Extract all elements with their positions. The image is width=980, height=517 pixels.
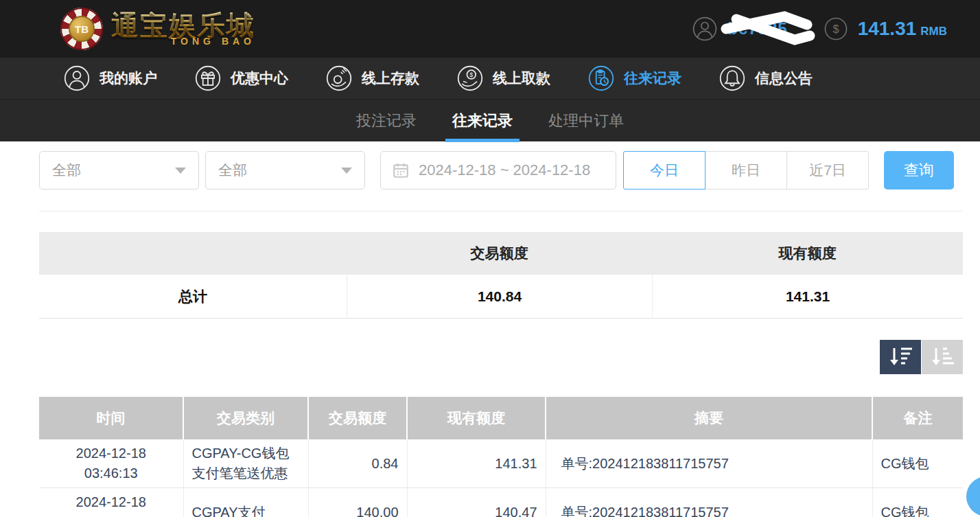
tab-betting-records[interactable]: 投注记录 bbox=[355, 100, 418, 142]
records-header-row: 时间 交易类别 交易额度 现有额度 摘要 备注 bbox=[39, 397, 963, 439]
nav-item-transaction-records[interactable]: 往来记录 bbox=[587, 65, 681, 92]
tab-pending-orders[interactable]: 处理中订单 bbox=[547, 100, 625, 142]
sub-tabs: 投注记录 往来记录 处理中订单 bbox=[0, 99, 980, 141]
filter-separator bbox=[39, 211, 963, 211]
summary-header-transaction-amount: 交易额度 bbox=[347, 244, 652, 263]
page: TB 通宝娱乐城 TONG BAO bc7325 bbox=[0, 0, 980, 517]
tab-label: 往来记录 bbox=[452, 111, 513, 131]
nav-item-promotions[interactable]: 优惠中心 bbox=[194, 65, 288, 92]
category-select-value: 全部 bbox=[218, 161, 247, 180]
nav-label: 线上取款 bbox=[493, 69, 550, 88]
sort-controls bbox=[880, 340, 963, 374]
sort-ascending-icon[interactable] bbox=[922, 340, 963, 374]
cell-time: 2024-12-18 03:46:13 bbox=[39, 439, 183, 488]
cell-transaction-amount: 0.84 bbox=[308, 439, 407, 488]
nav-item-deposit[interactable]: 线上存款 bbox=[325, 65, 419, 92]
col-header-current-amount: 现有额度 bbox=[407, 397, 546, 439]
withdraw-icon: $ bbox=[456, 65, 484, 92]
nav-label: 优惠中心 bbox=[231, 69, 288, 88]
chevron-down-icon bbox=[341, 168, 352, 174]
summary-total-label: 总计 bbox=[39, 275, 347, 319]
tab-label: 处理中订单 bbox=[548, 111, 624, 131]
col-header-summary: 摘要 bbox=[546, 397, 872, 439]
balance-amount: 141.31 bbox=[858, 18, 917, 39]
balance-currency: RMB bbox=[920, 25, 947, 38]
gift-icon bbox=[194, 65, 222, 92]
col-header-transaction-amount: 交易额度 bbox=[308, 397, 407, 439]
chevron-down-icon bbox=[175, 168, 186, 174]
table-row: 2024-12-18 03:46:13 CGPAY-CG钱包支付笔笔送优惠 0.… bbox=[39, 439, 963, 488]
cell-summary: 单号:202412183811715757 bbox=[546, 439, 872, 488]
summary-table-header: 交易额度 现有额度 bbox=[39, 232, 963, 275]
username: bc7325 bbox=[727, 19, 787, 38]
type-select[interactable]: 全部 bbox=[39, 151, 199, 189]
table-row: 2024-12-18 03:46:13 CGPAY支付 140.00 140.4… bbox=[39, 488, 963, 517]
nav-label: 信息公告 bbox=[755, 69, 813, 88]
balance-group[interactable]: $ 141.31RMB bbox=[824, 16, 947, 41]
cell-summary: 单号:202412183811715757 bbox=[546, 488, 872, 517]
summary-total-row: 总计 140.84 141.31 bbox=[39, 275, 963, 319]
calendar-icon bbox=[392, 161, 410, 179]
col-header-time: 时间 bbox=[39, 397, 183, 439]
nav-item-withdraw[interactable]: $ 线上取款 bbox=[456, 65, 550, 92]
chat-bubble-button[interactable] bbox=[966, 476, 980, 516]
cell-transaction-type: CGPAY-CG钱包支付笔笔送优惠 bbox=[183, 439, 308, 488]
today-button[interactable]: 今日 bbox=[623, 151, 705, 189]
cell-remark: CG钱包 bbox=[872, 439, 963, 488]
cell-current-amount: 140.47 bbox=[407, 488, 546, 517]
records-icon bbox=[587, 65, 615, 92]
summary-header-current-amount: 现有额度 bbox=[652, 244, 963, 263]
yesterday-button[interactable]: 昨日 bbox=[705, 151, 787, 189]
col-header-remark: 备注 bbox=[872, 397, 963, 439]
brand-logo[interactable]: TB 通宝娱乐城 TONG BAO bbox=[60, 8, 255, 50]
summary-total-current-amount: 141.31 bbox=[652, 275, 963, 319]
last7days-button-label: 近7日 bbox=[809, 161, 846, 180]
yesterday-button-label: 昨日 bbox=[732, 161, 760, 180]
summary-total-transaction-amount: 140.84 bbox=[347, 275, 652, 319]
account-icon bbox=[63, 65, 91, 92]
search-button[interactable]: 查询 bbox=[884, 151, 954, 189]
nav-label: 我的账户 bbox=[100, 69, 157, 88]
dollar-circle-icon: $ bbox=[824, 16, 848, 41]
today-button-label: 今日 bbox=[650, 161, 679, 180]
person-circle-icon bbox=[692, 16, 718, 42]
user-account-group[interactable]: bc7325 bbox=[692, 16, 787, 42]
summary-table: 交易额度 现有额度 总计 140.84 141.31 bbox=[39, 232, 963, 319]
date-range-input[interactable]: 2024-12-18 ~ 2024-12-18 bbox=[380, 151, 616, 189]
tab-label: 投注记录 bbox=[356, 111, 417, 131]
filter-bar: 全部 全部 2024-12-18 ~ 2024-12-18 今日 bbox=[39, 151, 963, 189]
poker-chip-icon: TB bbox=[60, 8, 103, 50]
header-right: bc7325 $ 141.31RMB bbox=[692, 0, 947, 58]
type-select-value: 全部 bbox=[52, 161, 81, 180]
cell-transaction-amount: 140.00 bbox=[308, 488, 407, 517]
svg-text:$: $ bbox=[469, 71, 473, 78]
sort-descending-icon[interactable] bbox=[880, 340, 921, 374]
brand-name-cn: 通宝娱乐城 bbox=[111, 12, 255, 39]
col-header-transaction-type: 交易类别 bbox=[183, 397, 308, 439]
cell-time: 2024-12-18 03:46:13 bbox=[39, 488, 183, 517]
cell-transaction-type: CGPAY支付 bbox=[183, 488, 308, 517]
nav-item-my-account[interactable]: 我的账户 bbox=[63, 65, 157, 92]
nav-label: 往来记录 bbox=[624, 69, 681, 88]
tab-transaction-records[interactable]: 往来记录 bbox=[451, 100, 514, 142]
brand-text: 通宝娱乐城 TONG BAO bbox=[111, 12, 255, 46]
quick-date-group: 今日 昨日 近7日 bbox=[623, 151, 869, 189]
deposit-icon bbox=[325, 65, 353, 92]
chip-tb-monogram: TB bbox=[69, 16, 95, 42]
last7days-button[interactable]: 近7日 bbox=[786, 151, 869, 189]
main-nav: 我的账户 优惠中心 线上存款 bbox=[0, 58, 980, 99]
category-select[interactable]: 全部 bbox=[205, 151, 365, 189]
top-header: TB 通宝娱乐城 TONG BAO bc7325 bbox=[0, 0, 980, 58]
username-wrap: bc7325 bbox=[727, 19, 787, 38]
bell-icon bbox=[719, 65, 746, 92]
cell-current-amount: 141.31 bbox=[407, 439, 546, 488]
svg-text:$: $ bbox=[832, 23, 839, 35]
active-tab-underline bbox=[445, 139, 520, 142]
records-table: 时间 交易类别 交易额度 现有额度 摘要 备注 2024-12-18 03:46… bbox=[39, 397, 963, 517]
nav-label: 线上存款 bbox=[362, 69, 419, 88]
date-range-value: 2024-12-18 ~ 2024-12-18 bbox=[419, 161, 590, 179]
nav-item-announcements[interactable]: 信息公告 bbox=[719, 65, 813, 92]
cell-remark: CG钱包 bbox=[872, 488, 963, 517]
